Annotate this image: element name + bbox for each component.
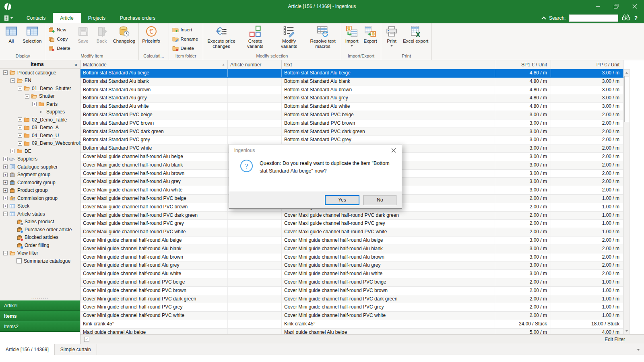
table-row-cover-mini-guide-channel-half-round-pvc-beige[interactable]: Cover Mini guide channel half-round PVC … — [80, 278, 623, 287]
tree-expander-icon[interactable]: − — [3, 70, 8, 75]
table-row-cover-maxi-guide-channel-half-round-pvc-white[interactable]: Cover Maxi guide channel half-round PVC … — [80, 228, 623, 237]
tree-item-commodity-group[interactable]: +Commodity group — [0, 179, 80, 187]
restore-button[interactable] — [607, 0, 625, 13]
table-row-bottom-slat-standard-alu-grey[interactable]: Bottom slat Standard Alu greyBottom slat… — [80, 94, 623, 103]
dialog-close-icon[interactable] — [386, 144, 402, 156]
tree-item-purchase-order-article[interactable]: Purchase order article — [0, 226, 80, 234]
collapse-ribbon-icon[interactable] — [541, 16, 546, 21]
ribbon-button-create-variants[interactable]: Create variants — [238, 24, 272, 49]
tree-item-suppliers[interactable]: +Suppliers — [0, 155, 80, 163]
tree-expander-icon[interactable]: + — [3, 196, 8, 200]
tree-item-product-group[interactable]: +Product group — [0, 187, 80, 195]
tree-expander-icon[interactable]: + — [10, 149, 15, 153]
ribbon-button-print[interactable]: Print — [382, 24, 401, 47]
ribbon-button-priceinfo[interactable]: Priceinfo — [140, 24, 162, 44]
tree-expander-icon[interactable]: + — [3, 173, 8, 177]
ribbon-button-execute-price-changes[interactable]: Execute price changes — [204, 24, 238, 49]
ribbon-button-back[interactable]: Back — [93, 24, 111, 44]
filter-checkbox[interactable]: ✓ — [84, 337, 89, 342]
table-row-bottom-slat-standard-pvc-dark-green[interactable]: Bottom slat Standard PVC dark greenBotto… — [80, 128, 623, 136]
ribbon-button-all[interactable]: All — [2, 24, 21, 44]
tree-item-catalogue-supplier[interactable]: +Catalogue supplier — [0, 163, 80, 171]
ribbon-button-modify-variants[interactable]: Modify variants — [272, 24, 306, 49]
tree-item-01-demo-shutter[interactable]: −01_Demo_Shutter — [0, 84, 80, 93]
search-input[interactable] — [569, 14, 618, 22]
ribbon-button-save[interactable]: Save — [74, 24, 93, 44]
panel-bar-artikel[interactable]: Artikel — [0, 300, 80, 311]
ribbon-button-modify-item-copy[interactable]: Copy — [46, 34, 72, 43]
column-header-article-number[interactable]: Article number — [228, 60, 282, 69]
binoculars-icon[interactable] — [622, 14, 630, 22]
ribbon-button-modify-item-delete[interactable]: Delete — [46, 43, 72, 53]
table-row-cover-mini-guide-channel-half-round-pvc-dark-green[interactable]: Cover Mini guide channel half-round PVC … — [80, 295, 623, 304]
menu-tab-contacts[interactable]: Contacts — [19, 13, 53, 23]
tree-expander-icon[interactable]: − — [10, 78, 15, 83]
minimize-button[interactable] — [588, 0, 607, 13]
sidebar-collapse-icon[interactable]: « — [74, 62, 77, 68]
tree-item-stock[interactable]: +Stock — [0, 202, 80, 210]
tree-item-segment-group[interactable]: +Segment group — [0, 171, 80, 179]
status-tab-simple-curtain[interactable]: Simple curtain — [55, 344, 97, 355]
column-header-sp1-unit[interactable]: SP1 € / Unit — [495, 60, 551, 69]
close-button[interactable] — [625, 0, 644, 13]
table-row-cover-maxi-guide-channel-half-round-pvc-dark-green[interactable]: Cover Maxi guide channel half-round PVC … — [80, 212, 623, 220]
table-row-bottom-slat-standard-pvc-grey[interactable]: Bottom slat Standard PVC greyBottom slat… — [80, 136, 623, 144]
tree-item-en[interactable]: −EN — [0, 77, 80, 85]
tree-expander-icon[interactable]: + — [32, 102, 37, 106]
splitter-handle[interactable]: ......... — [0, 296, 80, 300]
tree-expander-icon[interactable]: + — [3, 188, 8, 193]
table-row-cover-mini-guide-channel-half-round-alu-grey[interactable]: Cover Mini guide channel half-round Alu … — [80, 261, 623, 270]
tree-expander-icon[interactable]: − — [3, 212, 8, 216]
tree-item-supplies[interactable]: Supplies — [0, 108, 80, 116]
help-icon[interactable]: ? — [634, 15, 638, 21]
yes-button[interactable]: Yes — [325, 195, 359, 205]
table-row-bottom-slat-standard-alu-white[interactable]: Bottom slat Standard Alu whiteBottom sla… — [80, 103, 623, 111]
ribbon-button-selection[interactable]: Selection — [21, 24, 43, 44]
tree-expander-icon[interactable]: + — [18, 141, 22, 146]
menu-tab-projects[interactable]: Projects — [81, 13, 113, 23]
tree-item-order-filling[interactable]: Order filling — [0, 241, 80, 249]
tree-expander-icon[interactable]: + — [18, 117, 22, 122]
statusbar-dropdown-icon[interactable] — [637, 349, 640, 351]
table-row-cover-mini-guide-channel-half-round-alu-brown[interactable]: Cover Mini guide channel half-round Alu … — [80, 253, 623, 262]
tree-expander-icon[interactable]: + — [3, 204, 8, 208]
ribbon-button-modify-item-new[interactable]: New — [46, 25, 72, 34]
table-row-cover-mini-guide-channel-half-round-pvc-grey[interactable]: Cover Mini guide channel half-round PVC … — [80, 303, 623, 312]
table-row-cover-maxi-guide-channel-half-round-pvc-grey[interactable]: Cover Maxi guide channel half-round PVC … — [80, 220, 623, 228]
table-row-cover-mini-guide-channel-half-round-alu-beige[interactable]: Cover Mini guide channel half-round Alu … — [80, 237, 623, 245]
edit-filter-button[interactable]: Edit Filter — [605, 337, 625, 342]
ribbon-button-item-folder-delete[interactable]: Delete — [170, 43, 200, 53]
tree-item-02-demo-table[interactable]: +02_Demo_Table — [0, 116, 80, 124]
table-row-bottom-slat-standard-alu-beige[interactable]: Bottom slat Standard Alu beigeBottom sla… — [80, 69, 623, 78]
tree-expander-icon[interactable]: − — [3, 251, 8, 255]
tree-expander-icon[interactable]: + — [3, 157, 8, 161]
table-row-bottom-slat-standard-alu-brown[interactable]: Bottom slat Standard Alu brownBottom sla… — [80, 86, 623, 95]
table-row-bottom-slat-standard-pvc-beige[interactable]: Bottom slat Standard PVC beigeBottom sla… — [80, 111, 623, 119]
table-row-cover-mini-guide-channel-half-round-alu-white[interactable]: Cover Mini guide channel half-round Alu … — [80, 270, 623, 278]
tree-expander-icon[interactable]: + — [18, 125, 22, 130]
tree-item-09-demo-webcontrols[interactable]: +09_Demo_Webcontrols — [0, 140, 80, 148]
tree-item-summarize-catalogue[interactable]: Summarize catalogue — [0, 257, 80, 265]
tree-expander-icon[interactable]: + — [18, 133, 22, 138]
status-tab-article-156-14369[interactable]: Article [156 / 14369] — [0, 344, 55, 355]
column-header-matchcode[interactable]: Matchcode▲ — [80, 60, 228, 69]
tree-item-04-demo-u[interactable]: +04_Demo_U — [0, 132, 80, 140]
tree-expander-icon[interactable]: + — [3, 165, 8, 169]
table-row-cover-mini-guide-channel-half-round-alu-blank[interactable]: Cover Mini guide channel half-round Alu … — [80, 245, 623, 253]
menu-tab-article[interactable]: Article — [53, 13, 80, 23]
table-row-cover-mini-guide-channel-half-round-pvc-brown[interactable]: Cover Mini guide channel half-round PVC … — [80, 287, 623, 295]
tree-item-article-status[interactable]: −Article status — [0, 210, 80, 218]
tree-item-commission-group[interactable]: +Commission group — [0, 194, 80, 202]
ribbon-button-changelog[interactable]: Changelog — [111, 24, 138, 44]
tree-item-sales-product[interactable]: Sales product — [0, 218, 80, 226]
scrollbar-thumb[interactable] — [624, 76, 629, 122]
ribbon-button-import[interactable]: Import — [343, 24, 361, 47]
menu-tab-purchase-orders[interactable]: Purchase orders — [113, 13, 163, 23]
panel-bar-items[interactable]: Items — [0, 311, 80, 321]
panel-bar-items2[interactable]: Items2 — [0, 321, 80, 332]
table-row-kink-crank-45[interactable]: Kink crank 45°Kink crank 45°24.00 / Stüc… — [80, 320, 623, 329]
tree-item-view-filter[interactable]: −View filter — [0, 249, 80, 257]
column-header-text[interactable]: text — [282, 60, 495, 69]
ribbon-button-item-folder-insert[interactable]: Insert — [170, 25, 200, 34]
tree-item-product-catalogue[interactable]: −Product catalogue — [0, 69, 80, 77]
